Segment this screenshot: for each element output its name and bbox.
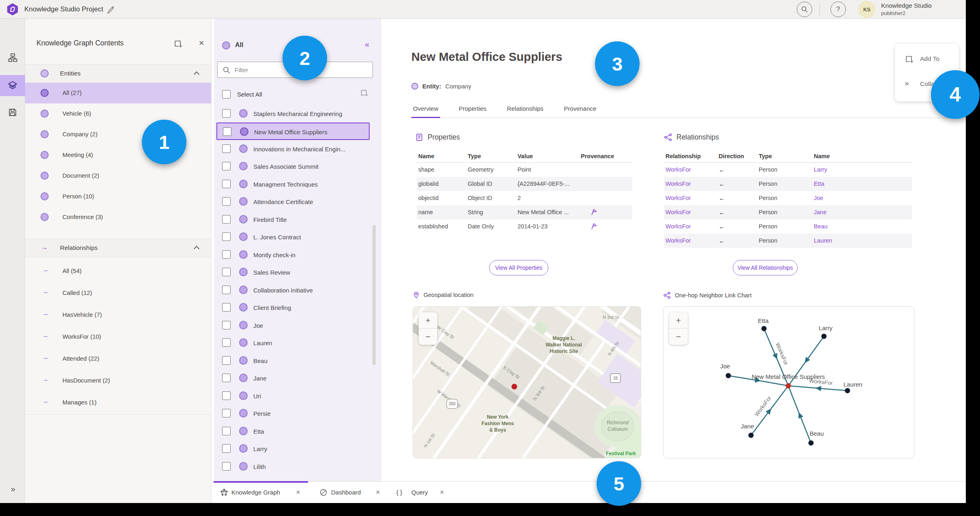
- item-checkbox[interactable]: [222, 427, 231, 435]
- list-item-selected[interactable]: New Metal Office Suppliers: [216, 123, 370, 140]
- list-item[interactable]: Joe: [216, 317, 370, 334]
- zoom-in-button[interactable]: +: [419, 312, 437, 329]
- search-button[interactable]: [797, 2, 812, 17]
- sidebar-item-worksfor[interactable]: → WorksFor (10): [25, 327, 211, 347]
- list-item[interactable]: Managment Techniques: [216, 176, 370, 193]
- entities-section-header[interactable]: Entities: [25, 64, 211, 83]
- list-item[interactable]: Uri: [216, 387, 370, 405]
- sidebar-item-hasvehicle[interactable]: → HasVehicle (7): [25, 305, 211, 325]
- sidebar-item-person[interactable]: Person (10): [25, 186, 211, 207]
- list-item[interactable]: Staplers Mechanical Engineering: [216, 105, 370, 123]
- item-checkbox[interactable]: [222, 286, 231, 294]
- list-item[interactable]: Etta: [216, 423, 370, 440]
- item-checkbox[interactable]: [222, 109, 231, 118]
- item-checkbox[interactable]: [222, 197, 231, 206]
- rail-item-save[interactable]: [0, 102, 25, 123]
- select-all-checkbox[interactable]: [222, 90, 231, 99]
- rail-item-data-model[interactable]: [0, 47, 25, 68]
- avatar[interactable]: KS: [858, 1, 875, 18]
- provenance-flag-icon[interactable]: [590, 223, 597, 230]
- item-checkbox[interactable]: [222, 250, 231, 259]
- close-tab-icon[interactable]: ✕: [376, 489, 380, 495]
- item-checkbox[interactable]: [222, 180, 231, 188]
- list-item[interactable]: Montly check-in: [216, 246, 370, 264]
- sidebar-item-entities-all[interactable]: All (27): [25, 83, 211, 103]
- tab-query[interactable]: { } Query ✕: [393, 482, 452, 503]
- node-larry[interactable]: [822, 334, 827, 339]
- list-scrollbar[interactable]: [372, 225, 376, 365]
- list-item[interactable]: Beau: [216, 352, 370, 370]
- item-checkbox[interactable]: [222, 303, 231, 312]
- list-item[interactable]: Lilith: [216, 458, 370, 475]
- link-chart[interactable]: Etta Larry Joe Lauren Jane Beau New Meta…: [663, 306, 914, 458]
- list-item[interactable]: Innovations in Mechanical Engin...: [216, 140, 370, 158]
- item-checkbox[interactable]: [222, 356, 231, 365]
- item-checkbox[interactable]: [222, 268, 231, 276]
- provenance-flag-icon[interactable]: [590, 209, 597, 216]
- help-button[interactable]: ?: [830, 2, 846, 17]
- close-tab-icon[interactable]: ✕: [296, 489, 300, 495]
- list-item[interactable]: Sales Review: [216, 264, 370, 281]
- list-item[interactable]: Persie: [216, 405, 370, 422]
- item-checkbox[interactable]: [222, 374, 231, 382]
- sidebar-item-manages[interactable]: → Manages (1): [25, 392, 211, 413]
- item-checkbox[interactable]: [222, 321, 231, 329]
- item-checkbox[interactable]: [222, 409, 231, 417]
- item-checkbox[interactable]: [222, 338, 231, 347]
- item-checkbox[interactable]: [222, 232, 231, 241]
- tab-properties[interactable]: Properties: [457, 103, 488, 117]
- list-item[interactable]: Lauren: [216, 334, 370, 352]
- tab-relationships[interactable]: Relationships: [505, 103, 545, 117]
- node-jane[interactable]: [749, 433, 754, 438]
- chevron-up-icon[interactable]: [194, 71, 199, 77]
- collapse-panel-icon[interactable]: «: [365, 40, 369, 49]
- item-checkbox[interactable]: [222, 444, 231, 453]
- item-checkbox[interactable]: [222, 215, 231, 224]
- item-checkbox[interactable]: [222, 391, 231, 400]
- sidebar-item-conference[interactable]: Conference (3): [25, 207, 211, 228]
- sidebar-item-hasdocument[interactable]: → HasDocument (2): [25, 370, 211, 391]
- view-all-properties-button[interactable]: View All Properties: [489, 260, 548, 275]
- rail-item-layers[interactable]: [0, 75, 25, 96]
- add-to-new-icon[interactable]: [360, 88, 369, 97]
- rail-expand-button[interactable]: »: [0, 478, 25, 499]
- list-item[interactable]: L. Jones Contract: [216, 228, 370, 246]
- close-panel-icon[interactable]: ✕: [199, 39, 204, 47]
- tab-knowledge-graph[interactable]: Knowledge Graph ✕: [214, 482, 308, 503]
- list-item[interactable]: Larry: [216, 440, 370, 458]
- item-checkbox[interactable]: [222, 162, 231, 170]
- sidebar-item-attended[interactable]: → Attended (22): [25, 348, 211, 369]
- list-item[interactable]: Firebird Title: [216, 211, 370, 228]
- item-checkbox[interactable]: [222, 462, 231, 471]
- node-beau[interactable]: [809, 441, 814, 446]
- chevron-up-icon[interactable]: [194, 246, 199, 252]
- sidebar-item-called[interactable]: → Called (12): [25, 283, 211, 303]
- zoom-out-button[interactable]: −: [419, 329, 437, 345]
- sidebar-item-vehicle[interactable]: Vehicle (6): [25, 103, 211, 124]
- list-item[interactable]: Client Briefing: [216, 299, 370, 316]
- sidebar-item-document[interactable]: Document (2): [25, 166, 211, 186]
- relationships-section-header[interactable]: → Relationships: [25, 239, 211, 257]
- node-joe[interactable]: [726, 373, 731, 378]
- list-item[interactable]: Sales Associate Summit: [216, 158, 370, 175]
- add-to-button[interactable]: Add To: [895, 51, 959, 67]
- list-item[interactable]: Attendance Certificate: [216, 193, 370, 211]
- tab-provenance[interactable]: Provenance: [562, 103, 598, 117]
- zoom-in-button[interactable]: +: [669, 312, 688, 329]
- geospatial-map[interactable]: k Rd W Clay St Marshall St W Marshall St…: [413, 306, 641, 458]
- tab-overview[interactable]: Overview: [411, 103, 440, 118]
- add-to-new-icon[interactable]: [173, 39, 183, 49]
- node-lauren[interactable]: [845, 388, 850, 393]
- edit-title-icon[interactable]: [106, 5, 115, 14]
- tab-dashboard[interactable]: Dashboard ✕: [315, 482, 388, 503]
- node-center[interactable]: [786, 383, 791, 389]
- view-all-relationships-button[interactable]: View All Relationships: [733, 260, 798, 275]
- list-item[interactable]: Collaboration initiative: [216, 282, 370, 299]
- list-item[interactable]: Jane: [216, 370, 370, 387]
- close-tab-icon[interactable]: ✕: [440, 489, 444, 495]
- item-checkbox[interactable]: [222, 144, 231, 153]
- node-etta[interactable]: [762, 326, 767, 331]
- item-checkbox[interactable]: [223, 127, 231, 136]
- sidebar-item-rel-all[interactable]: → All (54): [25, 261, 211, 282]
- zoom-out-button[interactable]: −: [669, 329, 688, 345]
